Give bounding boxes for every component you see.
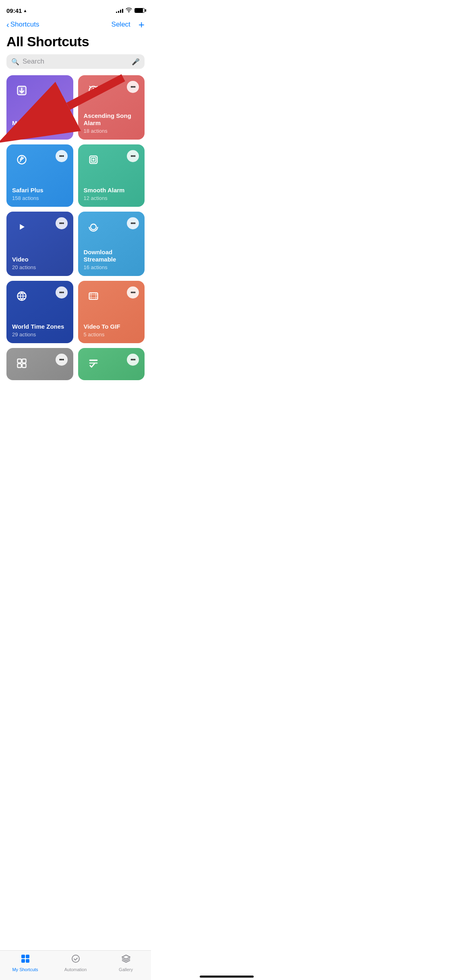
nav-bar: ‹ Shortcuts Select + <box>0 18 151 33</box>
search-bar[interactable]: 🔍 Search 🎤 <box>6 54 145 69</box>
back-label: Shortcuts <box>10 21 39 29</box>
shortcut-card-partial-green[interactable]: ••• <box>78 348 145 380</box>
card-top-safari-plus: ••• <box>12 150 68 169</box>
shortcut-card-download-streamable[interactable]: ••• Download Streamable 16 actions <box>78 212 145 276</box>
card-icon-download-streamable <box>84 217 103 237</box>
svg-rect-14 <box>18 364 21 367</box>
card-info-smooth-alarm: Smooth Alarm 12 actions <box>84 175 139 201</box>
wifi-icon <box>126 8 132 14</box>
more-button-video-to-gif[interactable]: ••• <box>127 286 139 299</box>
card-actions-download-streamable: 16 actions <box>84 264 139 270</box>
card-icon-smooth-alarm <box>84 150 103 169</box>
shortcut-card-world-time-zones[interactable]: ••• World Time Zones 29 actions <box>6 281 73 343</box>
card-icon-ascending-song-alarm <box>84 81 103 100</box>
svg-rect-16 <box>89 360 97 361</box>
more-button-safari-plus[interactable]: ••• <box>56 150 68 162</box>
card-icon-partial-green <box>84 354 103 373</box>
svg-rect-11 <box>89 293 97 299</box>
card-info-safari-plus: Safari Plus 158 actions <box>12 175 68 201</box>
card-actions-safari-plus: 158 actions <box>12 195 68 201</box>
card-actions-world-time-zones: 29 actions <box>12 331 68 338</box>
card-name-ascending-song-alarm: Ascending Song Alarm <box>84 112 139 127</box>
card-icon-mav-export <box>12 81 31 100</box>
shortcut-card-ascending-song-alarm[interactable]: ••• Ascending Song Alarm 18 actions <box>78 75 145 140</box>
card-top-ascending-song-alarm: ••• <box>84 81 139 100</box>
search-icon: 🔍 <box>11 58 19 66</box>
card-name-smooth-alarm: Smooth Alarm <box>84 187 139 194</box>
battery-icon <box>134 8 145 13</box>
back-button[interactable]: ‹ Shortcuts <box>6 21 39 29</box>
card-top-download-streamable: ••• <box>84 217 139 237</box>
signal-icon <box>116 8 123 13</box>
status-bar: 09:41 ▲ <box>0 0 151 18</box>
page-title: All Shortcuts <box>0 33 151 54</box>
card-actions-smooth-alarm: 12 actions <box>84 195 139 201</box>
card-top-partial-green: ••• <box>84 354 139 373</box>
card-icon-video <box>12 217 31 237</box>
chevron-left-icon: ‹ <box>6 21 9 29</box>
svg-rect-12 <box>18 359 21 363</box>
shortcut-card-smooth-alarm[interactable]: ••• Smooth Alarm 12 actions <box>78 144 145 207</box>
more-button-smooth-alarm[interactable]: ••• <box>127 150 139 162</box>
more-button-ascending-song-alarm[interactable]: ••• <box>127 81 139 93</box>
shortcut-card-mav-export[interactable]: Mav Export 35 actions <box>6 75 73 140</box>
shortcut-card-video-to-gif[interactable]: ••• Video To GIF 5 actions <box>78 281 145 343</box>
card-info-world-time-zones: World Time Zones 29 actions <box>12 311 68 338</box>
card-info-download-streamable: Download Streamable 16 actions <box>84 237 139 270</box>
status-icons <box>116 8 145 14</box>
status-time: 09:41 <box>6 7 22 14</box>
add-button[interactable]: + <box>139 19 145 30</box>
card-actions-video-to-gif: 5 actions <box>84 331 139 338</box>
card-info-video-to-gif: Video To GIF 5 actions <box>84 311 139 338</box>
more-button-partial-green[interactable]: ••• <box>127 354 139 366</box>
card-actions-mav-export: 35 actions <box>12 128 68 134</box>
more-button-partial-gray[interactable]: ••• <box>56 354 68 366</box>
card-name-world-time-zones: World Time Zones <box>12 323 68 330</box>
shortcuts-grid: Mav Export 35 actions ••• Ascending Song… <box>0 75 151 380</box>
card-icon-safari-plus <box>12 150 31 169</box>
search-placeholder: Search <box>23 58 128 66</box>
card-info-video: Video 20 actions <box>12 244 68 270</box>
card-top-video-to-gif: ••• <box>84 286 139 306</box>
more-button-download-streamable[interactable]: ••• <box>127 217 139 229</box>
card-icon-world-time-zones <box>12 286 31 306</box>
card-top-partial-gray: ••• <box>12 354 68 373</box>
svg-rect-15 <box>22 364 26 367</box>
card-name-video: Video <box>12 256 68 263</box>
shortcut-card-safari-plus[interactable]: ••• Safari Plus 158 actions <box>6 144 73 207</box>
microphone-icon[interactable]: 🎤 <box>132 58 140 66</box>
card-icon-partial-gray <box>12 354 31 373</box>
card-name-download-streamable: Download Streamable <box>84 249 139 263</box>
more-button-video[interactable]: ••• <box>56 217 68 229</box>
svg-rect-13 <box>22 359 26 363</box>
location-icon: ▲ <box>23 8 27 13</box>
card-icon-video-to-gif <box>84 286 103 306</box>
more-button-world-time-zones[interactable]: ••• <box>56 286 68 299</box>
nav-actions: Select + <box>112 19 145 30</box>
svg-rect-17 <box>89 362 97 364</box>
select-button[interactable]: Select <box>112 21 130 29</box>
card-top-world-time-zones: ••• <box>12 286 68 306</box>
shortcut-card-video[interactable]: ••• Video 20 actions <box>6 212 73 276</box>
card-name-video-to-gif: Video To GIF <box>84 323 139 330</box>
card-info-mav-export: Mav Export 35 actions <box>12 107 68 134</box>
card-actions-ascending-song-alarm: 18 actions <box>84 128 139 134</box>
card-top-mav-export <box>12 81 68 100</box>
card-name-safari-plus: Safari Plus <box>12 187 68 194</box>
card-info-ascending-song-alarm: Ascending Song Alarm 18 actions <box>84 100 139 134</box>
card-name-mav-export: Mav Export <box>12 119 68 127</box>
card-actions-video: 20 actions <box>12 264 68 270</box>
card-top-smooth-alarm: ••• <box>84 150 139 169</box>
shortcut-card-partial-gray[interactable]: ••• <box>6 348 73 380</box>
card-top-video: ••• <box>12 217 68 237</box>
